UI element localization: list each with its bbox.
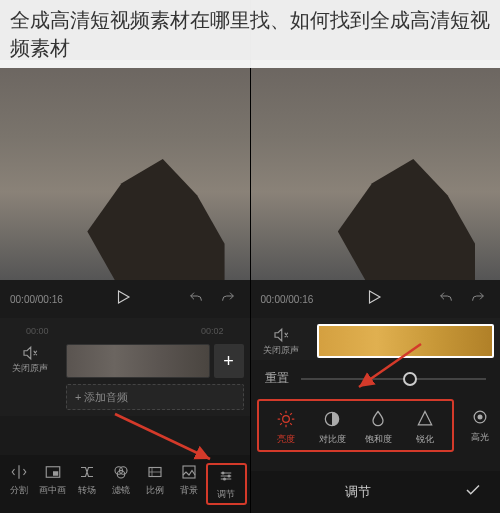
toolbar-label: 背景 — [180, 484, 198, 497]
mute-label: 关闭原声 — [12, 362, 48, 375]
redo-icon[interactable] — [466, 290, 490, 309]
toolbar-label: 调节 — [217, 488, 235, 501]
svg-rect-1 — [53, 471, 58, 476]
page-title: 全成高清短视频素材在哪里找、如何找到全成高清短视频素材 — [0, 0, 500, 68]
undo-icon[interactable] — [434, 290, 458, 309]
svg-point-9 — [223, 478, 226, 481]
screen-left: 00:00/00:16 00:00 00:02 关闭原声 + — [0, 0, 250, 513]
video-preview[interactable] — [0, 60, 250, 280]
video-preview[interactable] — [251, 60, 501, 280]
toolbar-pip[interactable]: 画中画 — [36, 463, 70, 505]
screen-right: 00:00/00:16 关闭原声 重置 — [250, 0, 501, 513]
svg-point-13 — [478, 415, 483, 420]
adjust-contrast[interactable]: 对比度 — [309, 409, 355, 446]
svg-point-7 — [222, 472, 225, 475]
adjust-label: 锐化 — [416, 433, 434, 446]
mute-original-sound[interactable]: 关闭原声 — [257, 326, 305, 357]
confirm-button[interactable] — [456, 481, 490, 503]
clip-track[interactable]: + — [66, 344, 244, 378]
screenshot-pair: 00:00/00:16 00:00 00:02 关闭原声 + — [0, 0, 500, 513]
adjust-toolbar: 亮度 对比度 饱和度 锐化 — [257, 399, 455, 452]
confirm-bar: 调节 — [251, 471, 501, 513]
video-content — [338, 159, 475, 280]
timeline[interactable]: 00:00 00:02 关闭原声 + + 添加音频 — [0, 318, 250, 416]
video-clip-selected[interactable] — [317, 324, 495, 358]
playback-bar: 00:00/00:16 — [0, 280, 250, 318]
adjust-saturation[interactable]: 饱和度 — [355, 409, 401, 446]
slider-handle[interactable] — [403, 372, 417, 386]
time-marks: 00:00 00:02 — [6, 324, 244, 338]
toolbar-ratio[interactable]: 比例 — [138, 463, 172, 505]
toolbar-label: 滤镜 — [112, 484, 130, 497]
adjust-slider-row: 重置 — [251, 360, 501, 397]
toolbar-split[interactable]: 分割 — [2, 463, 36, 505]
play-button[interactable] — [321, 288, 426, 310]
time-mark: 00:02 — [201, 326, 224, 336]
bottom-toolbar: 分割 画中画 转场 滤镜 比例 背景 — [0, 455, 250, 513]
toolbar-filter[interactable]: 滤镜 — [104, 463, 138, 505]
playback-time: 00:00/00:16 — [10, 294, 63, 305]
play-button[interactable] — [71, 288, 176, 310]
toolbar-label: 比例 — [146, 484, 164, 497]
svg-point-8 — [228, 475, 231, 478]
reset-button[interactable]: 重置 — [265, 370, 289, 387]
toolbar-label: 画中画 — [39, 484, 66, 497]
adjust-label: 对比度 — [319, 433, 346, 446]
video-content — [87, 159, 224, 280]
mute-label: 关闭原声 — [263, 344, 299, 357]
playback-time: 00:00/00:16 — [261, 294, 314, 305]
playback-bar: 00:00/00:16 — [251, 280, 501, 318]
svg-point-10 — [282, 416, 289, 423]
mute-original-sound[interactable]: 关闭原声 — [6, 344, 54, 375]
adjust-label: 亮度 — [277, 433, 295, 446]
adjust-sharpen[interactable]: 锐化 — [402, 409, 448, 446]
toolbar-label: 转场 — [78, 484, 96, 497]
add-clip-button[interactable]: + — [214, 344, 244, 378]
time-mark: 00:00 — [26, 326, 49, 336]
video-clip[interactable] — [66, 344, 210, 378]
adjust-label: 高光 — [471, 431, 489, 444]
toolbar-transition[interactable]: 转场 — [70, 463, 104, 505]
clip-track[interactable] — [317, 324, 495, 358]
undo-icon[interactable] — [184, 290, 208, 309]
adjust-brightness[interactable]: 亮度 — [263, 409, 309, 446]
redo-icon[interactable] — [216, 290, 240, 309]
toolbar-background[interactable]: 背景 — [172, 463, 206, 505]
adjust-highlight[interactable]: 高光 — [460, 407, 500, 444]
add-audio-button[interactable]: + 添加音频 — [66, 384, 244, 410]
adjust-label: 饱和度 — [365, 433, 392, 446]
timeline[interactable]: 关闭原声 — [251, 318, 501, 360]
toolbar-label: 分割 — [10, 484, 28, 497]
toolbar-adjust[interactable]: 调节 — [206, 463, 248, 505]
panel-title: 调节 — [261, 483, 457, 501]
adjust-slider[interactable] — [301, 378, 487, 380]
